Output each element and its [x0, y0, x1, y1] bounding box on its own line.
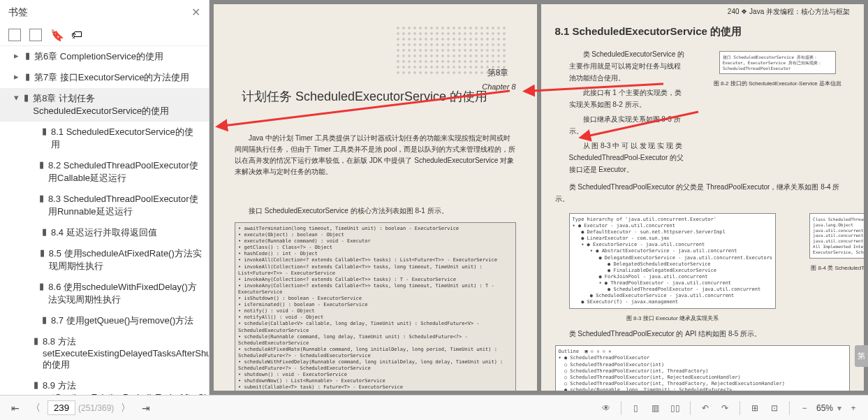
p5: 类 ScheduledThreadPoolExecutor 的父类是 Threa…	[555, 181, 851, 205]
figure-8-4-box: Class ScheduledThreadPoolExecutor java.l…	[809, 213, 864, 259]
single-page-icon[interactable]: ▯	[628, 400, 644, 416]
bookmark-icon: ▮	[24, 92, 29, 103]
figure-8-2-caption: 图 8-2 接口的 ScheduledExecutor-Service 基本信息	[705, 80, 850, 87]
toc-item-11[interactable]: ▮8.9 方法setContinueExistingPeriodicTasksA…	[0, 375, 209, 395]
toc-item-8[interactable]: ▮8.6 使用scheduleWithFixedDelay()方法实现周期性执行	[0, 277, 209, 310]
toc-item-0[interactable]: ▸▮第6章 CompletionService的使用	[0, 46, 209, 67]
expand-icon[interactable]: ▾	[14, 92, 21, 103]
close-icon[interactable]: ✕	[191, 6, 200, 19]
toc-list: ▸▮第6章 CompletionService的使用▸▮第7章 接口Execut…	[0, 46, 209, 395]
bookmark-icon: ▮	[25, 71, 30, 82]
figure-8-5-box: Outline ▣ ▫ ▫ ▫ × ▾ ● ScheduledThreadPoo…	[555, 345, 851, 391]
expand-icon[interactable]: ▸	[14, 50, 22, 61]
toc-item-7[interactable]: ▮8.5 使用scheduleAtFixedRate()方法实现周期性执行	[0, 243, 209, 277]
next-page-button[interactable]: 〉	[117, 399, 135, 417]
figure-8-3-box: Type hierarchy of 'java.util.concurrent.…	[569, 213, 777, 309]
view-mode-icon[interactable]: 👁	[598, 400, 614, 416]
bookmark-icon: ▮	[34, 335, 38, 346]
toc-label: 8.3 ScheduledThreadPoolExecutor使用Runnabl…	[48, 193, 202, 218]
p6: 类 ScheduledThreadPoolExecutor 的 API 结构如图…	[555, 328, 851, 340]
toc-label: 8.8 方法setExecuteExistingDelayedTasksAfte…	[43, 335, 209, 371]
toc-item-9[interactable]: ▮8.7 使用getQueue()与remove()方法	[0, 310, 209, 331]
p3: 接口继承及实现关系如图 8-3 所示。	[569, 113, 686, 137]
bookmark-icon: ▮	[25, 50, 30, 61]
sb-tool-2[interactable]	[29, 29, 42, 41]
toc-item-1[interactable]: ▸▮第7章 接口ExecutorService的方法使用	[0, 67, 209, 88]
bookmark-icon[interactable]: 🔖	[50, 29, 63, 41]
toc-item-4[interactable]: ▮8.2 ScheduledThreadPoolExecutor使用Callab…	[0, 155, 209, 189]
two-page-icon[interactable]: ▯▯	[668, 400, 683, 416]
bookmark-icon: ▮	[34, 379, 38, 390]
paragraph-1: Java 中的计划 Timer 工具类提供了以计时器或计划任务的功能来实现按指定…	[235, 133, 516, 178]
bookmark-icon: ▮	[39, 281, 44, 291]
section-8-1-title: 8.1 ScheduledExecutorService 的使用	[555, 25, 865, 38]
bookmark-sidebar: 书签 ✕ 🔖 🏷 ▸▮第6章 CompletionService的使用▸▮第7章…	[0, 0, 209, 395]
toc-item-2[interactable]: ▾▮第8章 计划任务ScheduledExecutorService的使用	[0, 88, 209, 122]
bookmark-icon: ▮	[42, 226, 47, 237]
toc-label: 第8章 计划任务ScheduledExecutorService的使用	[33, 92, 202, 117]
first-page-button[interactable]: ⇤	[7, 400, 24, 417]
fit-width-icon[interactable]: ⊞	[747, 400, 763, 416]
bookmark-icon: ▮	[39, 159, 44, 170]
rotate-right-icon[interactable]: ↷	[717, 400, 733, 416]
p1: 类 ScheduledExecutorService 的主要作用就是可以将定时任…	[569, 48, 686, 84]
toc-label: 第6章 CompletionService的使用	[34, 50, 163, 63]
p2: 此接口有 1 个主要的实现类，类实现关系如图 8-2 所示。	[569, 87, 686, 110]
rotate-left-icon[interactable]: ↶	[698, 400, 713, 416]
p4: 从 图 8-3 中 可 以 发 现 实 现 类 ScheduledThreadP…	[569, 140, 686, 175]
toc-label: 8.9 方法setContinueExistingPeriodicTasksAf…	[43, 379, 209, 395]
sb-tool-1[interactable]	[8, 29, 21, 41]
toc-label: 8.5 使用scheduleAtFixedRate()方法实现周期性执行	[49, 247, 202, 273]
bookmark-icon: ▮	[42, 314, 47, 325]
figure-8-2-box: 接口 ScheduledExecutorService 所有超类： Execut…	[719, 51, 836, 74]
page-total: (251/369)	[78, 403, 114, 413]
page-header: 240 ❖ Java 并发编程：核心方法与框架	[728, 7, 850, 17]
page-input[interactable]	[47, 400, 75, 415]
last-page-button[interactable]: 第	[855, 345, 868, 367]
sidebar-title: 书签	[8, 6, 28, 19]
paragraph-2: 接口 ScheduledExecutorService 的核心方法列表如图 8-…	[235, 205, 516, 217]
prev-page-button[interactable]: 〈	[27, 399, 45, 417]
page-left: 第8章 Chapter 8 计划任务 ScheduledExecutorServ…	[214, 4, 537, 391]
bookmark-outline-icon[interactable]: 🏷	[71, 29, 84, 41]
toc-item-10[interactable]: ▮8.8 方法setExecuteExistingDelayedTasksAft…	[0, 331, 209, 375]
toc-label: 8.1 ScheduledExecutorService的使用	[51, 126, 202, 151]
chapter-number: 第8章	[487, 67, 509, 79]
figure-8-1-box: • awaitTermination(long timeout, TimeUni…	[235, 222, 516, 391]
bookmark-icon: ▮	[42, 126, 47, 136]
toc-item-3[interactable]: ▮8.1 ScheduledExecutorService的使用	[0, 122, 209, 155]
toc-label: 第7章 接口ExecutorService的方法使用	[34, 71, 190, 84]
toc-item-6[interactable]: ▮8.4 延迟运行并取得返回值	[0, 222, 209, 243]
bookmark-icon: ▮	[39, 193, 44, 203]
document-viewer[interactable]: 第8章 Chapter 8 计划任务 ScheduledExecutorServ…	[209, 0, 868, 395]
fit-page-icon[interactable]: ⊡	[767, 400, 782, 416]
zoom-out-icon[interactable]: −	[797, 400, 812, 416]
figure-8-4-caption: 图 8-4 类 ScheduledThreadPoolExecutor 继承关系	[795, 264, 864, 272]
chapter-script: Chapter 8	[482, 82, 515, 91]
bookmark-icon: ▮	[40, 247, 45, 258]
toc-item-5[interactable]: ▮8.3 ScheduledThreadPoolExecutor使用Runnab…	[0, 189, 209, 222]
zoom-level[interactable]: 65%	[816, 403, 833, 413]
sidebar-toolbar: 🔖 🏷	[0, 24, 209, 46]
toc-label: 8.2 ScheduledThreadPoolExecutor使用Callabl…	[48, 159, 202, 184]
toc-label: 8.4 延迟运行并取得返回值	[51, 226, 157, 239]
expand-icon[interactable]: ▸	[14, 71, 22, 82]
zoom-in-icon[interactable]: +	[846, 400, 861, 416]
toc-label: 8.6 使用scheduleWithFixedDelay()方法实现周期性执行	[48, 281, 202, 306]
bottom-toolbar: ⇤ 〈 (251/369) 〉 ⇥ 👁 ▯ ▥ ▯▯ ↶ ↷ ⊞ ⊡ − 65%…	[0, 395, 868, 420]
figure-8-3-caption: 图 8-3 接口 Executor 继承及实现关系	[555, 314, 790, 322]
page-right: 240 ❖ Java 并发编程：核心方法与框架 8.1 ScheduledExe…	[541, 4, 865, 391]
toc-label: 8.7 使用getQueue()与remove()方法	[51, 314, 193, 327]
last-page-toolbar-button[interactable]: ⇥	[138, 400, 154, 417]
continuous-icon[interactable]: ▥	[648, 400, 663, 416]
